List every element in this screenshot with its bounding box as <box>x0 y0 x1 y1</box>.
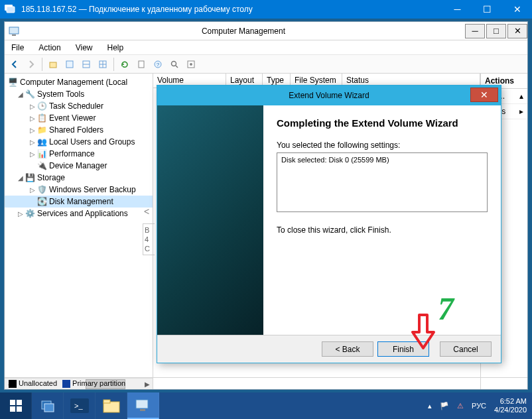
svg-rect-11 <box>139 61 144 68</box>
menu-help[interactable]: Help <box>105 42 127 54</box>
storage-icon: 💾 <box>25 172 35 183</box>
tray-language[interactable]: РУС <box>472 402 486 410</box>
back-button[interactable] <box>7 57 22 72</box>
taskbar-powershell[interactable]: >_ <box>64 392 96 419</box>
rdp-maximize-button[interactable]: ☐ <box>472 0 502 19</box>
svg-rect-23 <box>44 404 54 412</box>
tree-disk-management[interactable]: 💽Disk Management <box>5 196 153 208</box>
mmc-maximize-button[interactable]: □ <box>486 24 506 38</box>
desktop: Computer Management ─ □ ✕ File Action Vi… <box>0 19 532 392</box>
svg-rect-5 <box>66 61 73 68</box>
properties-button[interactable] <box>62 57 77 72</box>
svg-rect-27 <box>103 400 110 403</box>
tree-local-users[interactable]: ▷👥Local Users and Groups <box>5 136 153 148</box>
svg-text:?: ? <box>157 62 160 68</box>
wizard-setting-line: Disk selected: Disk 0 (25599 MB) <box>281 156 483 164</box>
performance-icon: 📊 <box>36 149 47 159</box>
back-button[interactable]: < Back <box>322 341 373 357</box>
help-button[interactable]: ? <box>151 57 165 72</box>
wizard-title: Extend Volume Wizard <box>289 91 369 100</box>
wizard-close-button[interactable]: ✕ <box>470 88 498 102</box>
mmc-toolbar: ? <box>5 55 527 74</box>
svg-rect-19 <box>17 400 22 405</box>
taskbar-computer-management[interactable] <box>127 392 159 419</box>
mmc-app-icon <box>9 26 19 36</box>
system-tray: ▴ 🏳️ ⚠ РУС 6:52 AM 4/24/2020 <box>428 392 532 419</box>
view-list-button[interactable] <box>79 57 94 72</box>
svg-point-14 <box>172 61 176 66</box>
svg-text:>_: >_ <box>74 402 83 410</box>
rdp-title-bar: 185.118.167.52 — Подключение к удаленном… <box>0 0 532 19</box>
svg-rect-21 <box>17 406 22 412</box>
tree-shared-folders[interactable]: ▷📁Shared Folders <box>5 124 153 136</box>
disk-icon: 💽 <box>36 196 47 207</box>
tree-storage[interactable]: ◢💾Storage <box>5 172 153 184</box>
tools-icon: 🔧 <box>25 89 35 99</box>
start-button[interactable] <box>0 392 32 419</box>
wizard-settings-list: Disk selected: Disk 0 (25599 MB) <box>277 152 488 212</box>
svg-rect-29 <box>140 409 145 411</box>
refresh-button[interactable] <box>117 57 132 72</box>
services-icon: ⚙️ <box>25 208 35 219</box>
backup-icon: 🛡️ <box>36 184 47 195</box>
mmc-title: Computer Management <box>23 27 464 36</box>
computer-icon: 🖥️ <box>7 77 18 88</box>
mmc-close-button[interactable]: ✕ <box>507 24 527 38</box>
svg-rect-20 <box>10 406 15 412</box>
settings-button[interactable] <box>184 57 198 72</box>
chevron-right-icon: ▸ <box>519 107 523 116</box>
navigation-tree[interactable]: 🖥️Computer Management (Local ◢🔧System To… <box>5 74 153 389</box>
tree-device-manager[interactable]: 🔌Device Manager <box>5 160 153 172</box>
menu-view[interactable]: View <box>73 42 96 54</box>
forward-button[interactable] <box>24 57 38 72</box>
svg-line-15 <box>176 66 178 68</box>
tree-performance[interactable]: ▷📊Performance <box>5 148 153 160</box>
rdp-minimize-button[interactable]: ─ <box>442 0 472 19</box>
svg-rect-3 <box>12 34 16 36</box>
tree-event-viewer[interactable]: ▷📋Event Viewer <box>5 112 153 124</box>
tree-services-apps[interactable]: ▷⚙️Services and Applications <box>5 208 153 219</box>
mmc-minimize-button[interactable]: ─ <box>465 24 485 38</box>
svg-point-17 <box>190 63 192 66</box>
taskbar: >_ ▴ 🏳️ ⚠ РУС 6:52 AM 4/24/2020 <box>0 392 532 419</box>
rdp-title: 185.118.167.52 — Подключение к удаленном… <box>21 5 442 14</box>
cancel-button[interactable]: Cancel <box>440 341 492 357</box>
svg-rect-18 <box>10 400 15 405</box>
users-icon: 👥 <box>36 137 47 147</box>
scroll-left-icon[interactable]: < <box>144 206 149 217</box>
mmc-menu-bar: File Action View Help <box>5 40 527 55</box>
svg-rect-1 <box>7 7 15 13</box>
folder-icon: 📁 <box>36 125 47 135</box>
tray-network-icon[interactable]: ⚠ <box>457 402 464 410</box>
legend: Unallocated Primary partition <box>5 377 527 389</box>
svg-rect-28 <box>136 400 148 408</box>
find-button[interactable] <box>167 57 182 72</box>
rdp-close-button[interactable]: ✕ <box>502 0 532 19</box>
export-button[interactable] <box>134 57 149 72</box>
tree-task-scheduler[interactable]: ▷🕒Task Scheduler <box>5 100 153 112</box>
annotation-arrow-icon <box>410 314 436 350</box>
clock-icon: 🕒 <box>36 101 47 111</box>
tree-root[interactable]: 🖥️Computer Management (Local <box>5 76 153 88</box>
svg-rect-4 <box>50 62 56 68</box>
chevron-up-icon: ▴ <box>519 91 523 101</box>
annotation-step-number: 7 <box>438 290 454 327</box>
wizard-button-bar: < Back Finish Cancel <box>157 335 501 363</box>
svg-rect-2 <box>9 27 19 34</box>
wizard-subtext: You selected the following settings: <box>277 141 488 150</box>
tree-ws-backup[interactable]: ▷🛡️Windows Server Backup <box>5 184 153 196</box>
wizard-heading: Completing the Extend Volume Wizard <box>277 117 488 129</box>
view-detail-button[interactable] <box>96 57 110 72</box>
taskbar-server-manager[interactable] <box>32 392 64 419</box>
up-button[interactable] <box>46 57 60 72</box>
menu-action[interactable]: Action <box>36 42 63 54</box>
tray-flag-icon[interactable]: 🏳️ <box>440 402 449 410</box>
tray-clock[interactable]: 6:52 AM 4/24/2020 <box>494 397 527 414</box>
tree-system-tools[interactable]: ◢🔧System Tools <box>5 88 153 100</box>
taskbar-explorer[interactable] <box>96 392 127 419</box>
wizard-title-bar[interactable]: Extend Volume Wizard ✕ <box>157 86 501 105</box>
tray-chevron-icon[interactable]: ▴ <box>428 402 432 410</box>
menu-file[interactable]: File <box>9 42 27 54</box>
rdp-icon <box>4 3 17 16</box>
mmc-title-bar: Computer Management ─ □ ✕ <box>5 22 527 40</box>
